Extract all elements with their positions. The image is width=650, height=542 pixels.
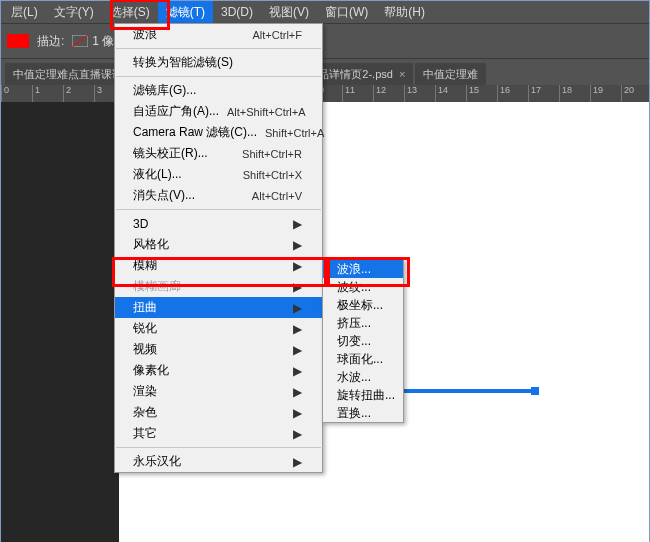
menu-item[interactable]: 风格化▶ bbox=[115, 234, 322, 255]
ruler-tick: 3 bbox=[94, 85, 102, 102]
menu-item[interactable]: 波浪Alt+Ctrl+F bbox=[115, 24, 322, 45]
document-tab[interactable]: 中值定理难 bbox=[415, 63, 486, 85]
menu-item[interactable]: 扭曲▶ bbox=[115, 297, 322, 318]
menubar: 层(L)文字(Y)选择(S)滤镜(T)3D(D)视图(V)窗口(W)帮助(H) bbox=[1, 1, 649, 23]
submenu-arrow-icon: ▶ bbox=[292, 343, 302, 357]
menu-item[interactable]: 3D(D) bbox=[213, 2, 261, 22]
menu-item-label: 永乐汉化 bbox=[133, 453, 292, 470]
submenu-item[interactable]: 置换... bbox=[323, 404, 403, 422]
menu-item[interactable]: 层(L) bbox=[3, 1, 46, 24]
submenu-item-label: 置换... bbox=[337, 405, 371, 422]
menu-item-label: Camera Raw 滤镜(C)... bbox=[133, 124, 257, 141]
canvas-background bbox=[1, 102, 119, 542]
menu-item[interactable]: 液化(L)...Shift+Ctrl+X bbox=[115, 164, 322, 185]
tab-label: 中值定理难 bbox=[423, 63, 478, 85]
menu-item-label: 波浪 bbox=[133, 26, 244, 43]
menu-item-label: 视频 bbox=[133, 341, 292, 358]
submenu-item[interactable]: 波浪... bbox=[323, 260, 403, 278]
options-bar: 描边: 1 像素 ▭ ▤ ◧ ✿ 对齐边缘 bbox=[1, 23, 649, 59]
close-icon[interactable]: × bbox=[399, 63, 405, 85]
menu-item[interactable]: 滤镜(T) bbox=[158, 1, 213, 24]
filter-menu: 波浪Alt+Ctrl+F转换为智能滤镜(S)滤镜库(G)...自适应广角(A).… bbox=[114, 23, 323, 473]
ruler-tick: 11 bbox=[342, 85, 355, 102]
ruler-tick: 15 bbox=[466, 85, 479, 102]
submenu-item[interactable]: 水波... bbox=[323, 368, 403, 386]
menu-item[interactable]: 选择(S) bbox=[102, 1, 158, 24]
menu-item[interactable]: 帮助(H) bbox=[376, 1, 433, 24]
distort-submenu: 波浪...波纹...极坐标...挤压...切变...球面化...水波...旋转扭… bbox=[322, 259, 404, 423]
ruler-tick: 16 bbox=[497, 85, 510, 102]
app-window: 层(L)文字(Y)选择(S)滤镜(T)3D(D)视图(V)窗口(W)帮助(H) … bbox=[0, 0, 650, 542]
menu-item[interactable]: 自适应广角(A)...Alt+Shift+Ctrl+A bbox=[115, 101, 322, 122]
menu-item[interactable]: 镜头校正(R)...Shift+Ctrl+R bbox=[115, 143, 322, 164]
menu-item[interactable]: 窗口(W) bbox=[317, 1, 376, 24]
submenu-arrow-icon: ▶ bbox=[292, 364, 302, 378]
submenu-item-label: 波纹... bbox=[337, 279, 371, 296]
ruler-tick: 19 bbox=[590, 85, 603, 102]
menu-item[interactable]: 其它▶ bbox=[115, 423, 322, 444]
tab-label: 中值定理难点直播课详 bbox=[13, 63, 123, 85]
submenu-item[interactable]: 切变... bbox=[323, 332, 403, 350]
stroke-swatch[interactable] bbox=[70, 31, 90, 51]
submenu-arrow-icon: ▶ bbox=[292, 301, 302, 315]
submenu-item[interactable]: 波纹... bbox=[323, 278, 403, 296]
menu-item[interactable]: 文字(Y) bbox=[46, 1, 102, 24]
menu-item-label: 消失点(V)... bbox=[133, 187, 244, 204]
menu-item[interactable]: 像素化▶ bbox=[115, 360, 322, 381]
submenu-arrow-icon: ▶ bbox=[292, 259, 302, 273]
menu-item-label: 渲染 bbox=[133, 383, 292, 400]
menu-shortcut: Shift+Ctrl+A bbox=[257, 127, 324, 139]
menu-shortcut: Alt+Ctrl+V bbox=[244, 190, 302, 202]
menu-item: 模糊画廊▶ bbox=[115, 276, 322, 297]
submenu-item-label: 球面化... bbox=[337, 351, 383, 368]
ruler-tick: 12 bbox=[373, 85, 386, 102]
submenu-item-label: 切变... bbox=[337, 333, 371, 350]
ruler-tick: 14 bbox=[435, 85, 448, 102]
submenu-arrow-icon: ▶ bbox=[292, 238, 302, 252]
menu-item-label: 镜头校正(R)... bbox=[133, 145, 234, 162]
submenu-item[interactable]: 旋转扭曲... bbox=[323, 386, 403, 404]
menu-item[interactable]: 滤镜库(G)... bbox=[115, 80, 322, 101]
selection-handle[interactable] bbox=[531, 387, 539, 395]
menu-item-label: 模糊画廊 bbox=[133, 278, 292, 295]
menu-item[interactable]: 锐化▶ bbox=[115, 318, 322, 339]
menu-item[interactable]: 永乐汉化▶ bbox=[115, 451, 322, 472]
submenu-item[interactable]: 极坐标... bbox=[323, 296, 403, 314]
submenu-arrow-icon: ▶ bbox=[292, 322, 302, 336]
menu-item[interactable]: 视图(V) bbox=[261, 1, 317, 24]
menu-item[interactable]: Camera Raw 滤镜(C)...Shift+Ctrl+A bbox=[115, 122, 322, 143]
menu-separator bbox=[116, 76, 321, 77]
ruler-tick: 2 bbox=[63, 85, 71, 102]
menu-item[interactable]: 视频▶ bbox=[115, 339, 322, 360]
menu-item[interactable]: 渲染▶ bbox=[115, 381, 322, 402]
menu-item-label: 模糊 bbox=[133, 257, 292, 274]
menu-item[interactable]: 转换为智能滤镜(S) bbox=[115, 52, 322, 73]
fill-swatch[interactable] bbox=[7, 34, 29, 48]
submenu-arrow-icon: ▶ bbox=[292, 427, 302, 441]
submenu-item[interactable]: 挤压... bbox=[323, 314, 403, 332]
submenu-item-label: 挤压... bbox=[337, 315, 371, 332]
menu-item-label: 锐化 bbox=[133, 320, 292, 337]
menu-item-label: 转换为智能滤镜(S) bbox=[133, 54, 302, 71]
selection-line bbox=[404, 389, 534, 393]
menu-separator bbox=[116, 48, 321, 49]
menu-shortcut: Shift+Ctrl+R bbox=[234, 148, 302, 160]
ruler-tick: 1 bbox=[32, 85, 40, 102]
ruler-tick: 17 bbox=[528, 85, 541, 102]
menu-item-label: 像素化 bbox=[133, 362, 292, 379]
menu-item-label: 液化(L)... bbox=[133, 166, 235, 183]
menu-item[interactable]: 杂色▶ bbox=[115, 402, 322, 423]
menu-item-label: 3D bbox=[133, 217, 292, 231]
submenu-arrow-icon: ▶ bbox=[292, 217, 302, 231]
ruler-horizontal: 0123456789101112131415161718192021 bbox=[1, 85, 649, 102]
menu-item-label: 风格化 bbox=[133, 236, 292, 253]
menu-item[interactable]: 3D▶ bbox=[115, 213, 322, 234]
submenu-item-label: 旋转扭曲... bbox=[337, 387, 395, 404]
menu-item[interactable]: 模糊▶ bbox=[115, 255, 322, 276]
submenu-item[interactable]: 球面化... bbox=[323, 350, 403, 368]
ruler-tick: 0 bbox=[1, 85, 9, 102]
menu-item-label: 自适应广角(A)... bbox=[133, 103, 219, 120]
ruler-tick: 13 bbox=[404, 85, 417, 102]
menu-item[interactable]: 消失点(V)...Alt+Ctrl+V bbox=[115, 185, 322, 206]
submenu-item-label: 水波... bbox=[337, 369, 371, 386]
